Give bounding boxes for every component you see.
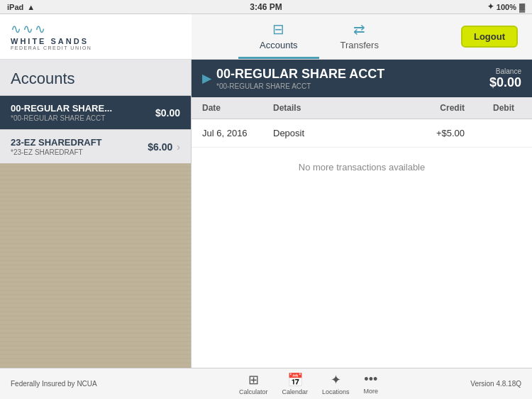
logo-name: WHITE SANDS	[11, 37, 92, 45]
wifi-icon: ▲	[27, 3, 35, 11]
logo-waves: ∿∿∿	[11, 23, 92, 35]
col-header-date: Date	[202, 103, 273, 113]
transaction-details-1: Deposit	[273, 128, 408, 138]
calculator-label: Calculator	[239, 388, 268, 395]
tab-accounts-label: Accounts	[260, 40, 297, 50]
sidebar-title: Accounts	[0, 60, 191, 95]
bottom-tab-more[interactable]: ••• More	[364, 372, 379, 395]
bottom-tabs: ⊞ Calculator 📅 Calendar ✦ Locations ••• …	[192, 372, 426, 395]
account-name-1: 00-REGULAR SHARE...	[11, 103, 155, 114]
table-row: Jul 6, 2016 Deposit +$5.00	[192, 119, 532, 148]
detail-arrow-icon: ▶	[202, 72, 211, 85]
detail-subtitle: *00-REGULAR SHARE ACCT	[216, 82, 384, 90]
no-more-transactions-label: No more transactions available	[192, 148, 532, 187]
tab-transfers-label: Transfers	[340, 40, 379, 50]
col-header-debit: Debit	[465, 103, 521, 113]
transaction-credit-1: +$5.00	[408, 128, 465, 138]
status-time: 3:46 PM	[250, 2, 282, 12]
col-header-details: Details	[273, 103, 408, 113]
bluetooth-icon: ✦	[487, 2, 494, 11]
bottom-tab-calculator[interactable]: ⊞ Calculator	[239, 372, 268, 395]
bottom-bar: Federally Insured by NCUA ⊞ Calculator 📅…	[0, 368, 532, 399]
logout-area: Logout	[447, 14, 532, 59]
locations-label: Locations	[322, 388, 350, 395]
calendar-label: Calendar	[282, 388, 308, 395]
account-item-ez-sharedraft[interactable]: 23-EZ SHAREDRAFT *23-EZ SHAREDRAFT $6.00…	[0, 129, 191, 163]
bottom-tab-locations[interactable]: ✦ Locations	[322, 372, 350, 395]
transaction-table: Date Details Credit Debit Jul 6, 2016 De…	[192, 97, 532, 368]
locations-icon: ✦	[331, 372, 341, 388]
detail-balance-label: Balance	[489, 67, 521, 75]
logout-button[interactable]: Logout	[461, 26, 518, 48]
account-name-2: 23-EZ SHAREDRAFT	[11, 137, 148, 148]
detail-title: 00-REGULAR SHARE ACCT	[216, 67, 384, 82]
bottom-tab-calendar[interactable]: 📅 Calendar	[282, 372, 308, 395]
status-ipad: iPad	[7, 3, 23, 11]
chevron-right-icon: ›	[177, 141, 180, 153]
account-balance-1: $0.00	[155, 107, 180, 119]
col-header-credit: Credit	[408, 103, 465, 113]
detail-balance-value: $0.00	[489, 75, 521, 90]
table-header: Date Details Credit Debit	[192, 97, 532, 119]
battery-text: 100%	[497, 3, 516, 11]
transaction-date-1: Jul 6, 2016	[202, 128, 273, 138]
calendar-icon: 📅	[287, 372, 303, 388]
tab-transfers[interactable]: ⇄ Transfers	[319, 14, 400, 59]
calculator-icon: ⊞	[248, 372, 259, 388]
logo-sub: Federal Credit Union	[11, 45, 92, 50]
sidebar: Accounts 00-REGULAR SHARE... *00-REGULAR…	[0, 60, 192, 368]
account-item-regular-share[interactable]: 00-REGULAR SHARE... *00-REGULAR SHARE AC…	[0, 95, 191, 129]
detail-panel: ▶ 00-REGULAR SHARE ACCT *00-REGULAR SHAR…	[192, 60, 532, 368]
account-sub-2: *23-EZ SHAREDRAFT	[11, 148, 148, 156]
sidebar-background	[0, 163, 191, 368]
nav-tabs: ⊟ Accounts ⇄ Transfers	[192, 14, 447, 59]
version-text: Version 4.8.18Q	[470, 380, 521, 388]
header: ∿∿∿ WHITE SANDS Federal Credit Union ⊟ A…	[0, 14, 532, 60]
main-content: Accounts 00-REGULAR SHARE... *00-REGULAR…	[0, 60, 532, 368]
tab-accounts[interactable]: ⊟ Accounts	[238, 14, 318, 59]
more-label: More	[364, 388, 379, 395]
battery-icon: ▓	[519, 3, 525, 11]
more-icon: •••	[364, 372, 377, 387]
detail-header: ▶ 00-REGULAR SHARE ACCT *00-REGULAR SHAR…	[192, 60, 532, 97]
logo-area: ∿∿∿ WHITE SANDS Federal Credit Union	[0, 14, 192, 59]
account-sub-1: *00-REGULAR SHARE ACCT	[11, 114, 155, 122]
transfers-icon: ⇄	[353, 21, 365, 38]
account-balance-2: $6.00	[148, 141, 172, 153]
accounts-icon: ⊟	[272, 21, 284, 38]
federal-insurance-text: Federally Insured by NCUA	[11, 380, 97, 388]
status-bar: iPad ▲ 3:46 PM ✦ 100% ▓	[0, 0, 532, 14]
